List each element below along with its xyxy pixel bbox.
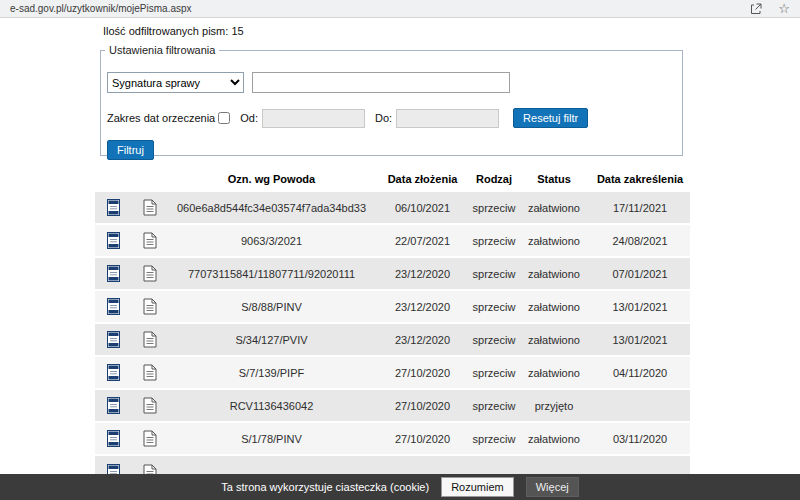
cookie-accept-button[interactable]: Rozumiem	[441, 477, 514, 497]
cell-icon-1	[95, 422, 132, 455]
case-pdf-icon[interactable]	[107, 298, 120, 315]
cell-icon-1	[95, 389, 132, 422]
cell-ozn-wg-powoda: 77073115841/11807711/92020111	[168, 257, 375, 290]
cell-icon-2	[132, 191, 168, 224]
reset-filter-button[interactable]: Resetuj filtr	[513, 108, 588, 128]
cell-ozn-wg-powoda: 9063/3/2021	[168, 224, 375, 257]
table-row: S/1/78/PINV27/10/2020sprzeciwzałatwiono0…	[95, 422, 690, 455]
filter-panel: Ustawienia filtrowania Sygnatura sprawy …	[100, 44, 683, 156]
cell-status: załatwiono	[518, 356, 590, 389]
date-range-checkbox[interactable]	[218, 112, 230, 124]
cell-rodzaj: sprzeciw	[470, 290, 518, 323]
date-to-input[interactable]	[396, 109, 499, 128]
address-url[interactable]: e-sad.gov.pl/uzytkownik/mojePisma.aspx	[10, 3, 192, 14]
cell-data-zakreslenia: 13/01/2021	[590, 323, 690, 356]
cell-rodzaj: sprzeciw	[470, 389, 518, 422]
filtered-count: Ilość odfiltrowanych pism: 15	[103, 25, 244, 37]
document-icon[interactable]	[143, 364, 157, 381]
case-pdf-icon[interactable]	[107, 397, 120, 414]
cell-icon-2	[132, 356, 168, 389]
cell-data-zakreslenia	[590, 389, 690, 422]
cell-data-zakreslenia: 04/11/2020	[590, 356, 690, 389]
cell-icon-2	[132, 257, 168, 290]
cell-data-zakreslenia: 03/11/2020	[590, 422, 690, 455]
filter-row-dates: Zakres dat orzeczenia Od: Do: Resetuj fi…	[107, 108, 588, 128]
cell-icon-2	[132, 290, 168, 323]
share-icon[interactable]	[750, 3, 762, 15]
table-row: 77073115841/11807711/9202011123/12/2020s…	[95, 257, 690, 290]
cell-icon-1	[95, 257, 132, 290]
header-icon-col-2	[132, 167, 168, 191]
case-pdf-icon[interactable]	[107, 430, 120, 447]
header-rodzaj: Rodzaj	[470, 167, 518, 191]
header-icon-col-1	[95, 167, 132, 191]
cell-icon-2	[132, 323, 168, 356]
cell-status: przyjęto	[518, 389, 590, 422]
table-row: 060e6a8d544fc34e03574f7ada34bd3306/10/20…	[95, 191, 690, 224]
cell-status: załatwiono	[518, 290, 590, 323]
table-body: 060e6a8d544fc34e03574f7ada34bd3306/10/20…	[95, 191, 690, 488]
cell-icon-1	[95, 224, 132, 257]
cell-icon-1	[95, 191, 132, 224]
cell-data-zlozenia: 23/12/2020	[375, 290, 470, 323]
cell-data-zakreslenia: 24/08/2021	[590, 224, 690, 257]
table-row: S/8/88/PINV23/12/2020sprzeciwzałatwiono1…	[95, 290, 690, 323]
case-pdf-icon[interactable]	[107, 331, 120, 348]
table-header-row: Ozn. wg Powoda Data złożenia Rodzaj Stat…	[95, 167, 690, 191]
document-icon[interactable]	[143, 430, 157, 447]
cell-data-zlozenia: 22/07/2021	[375, 224, 470, 257]
cell-data-zakreslenia: 07/01/2021	[590, 257, 690, 290]
browser-bar: e-sad.gov.pl/uzytkownik/mojePisma.aspx ☆	[0, 0, 800, 18]
cell-icon-1	[95, 290, 132, 323]
filter-field-select[interactable]: Sygnatura sprawy	[107, 72, 244, 93]
cookie-bar: Ta strona wykorzystuje ciasteczka (cooki…	[0, 474, 800, 500]
cell-rodzaj: sprzeciw	[470, 224, 518, 257]
case-pdf-icon[interactable]	[107, 265, 120, 282]
table-row: S/34/127/PVIV23/12/2020sprzeciwzałatwion…	[95, 323, 690, 356]
cell-data-zlozenia: 06/10/2021	[375, 191, 470, 224]
header-ozn-wg-powoda: Ozn. wg Powoda	[168, 167, 375, 191]
cell-rodzaj: sprzeciw	[470, 257, 518, 290]
cell-data-zlozenia: 23/12/2020	[375, 257, 470, 290]
cell-data-zakreslenia: 13/01/2021	[590, 290, 690, 323]
cell-icon-2	[132, 422, 168, 455]
cell-ozn-wg-powoda: S/1/78/PINV	[168, 422, 375, 455]
document-icon[interactable]	[143, 265, 157, 282]
document-icon[interactable]	[143, 298, 157, 315]
cell-status: załatwiono	[518, 257, 590, 290]
table-row: 9063/3/202122/07/2021sprzeciwzałatwiono2…	[95, 224, 690, 257]
document-icon[interactable]	[143, 331, 157, 348]
cell-ozn-wg-powoda: S/34/127/PVIV	[168, 323, 375, 356]
cell-data-zlozenia: 27/10/2020	[375, 356, 470, 389]
cell-ozn-wg-powoda: S/8/88/PINV	[168, 290, 375, 323]
cell-ozn-wg-powoda: RCV1136436042	[168, 389, 375, 422]
cell-ozn-wg-powoda: 060e6a8d544fc34e03574f7ada34bd33	[168, 191, 375, 224]
cell-rodzaj: sprzeciw	[470, 323, 518, 356]
cell-rodzaj: sprzeciw	[470, 356, 518, 389]
header-data-zlozenia: Data złożenia	[375, 167, 470, 191]
cell-rodzaj: sprzeciw	[470, 422, 518, 455]
case-pdf-icon[interactable]	[107, 199, 120, 216]
document-icon[interactable]	[143, 397, 157, 414]
cell-data-zlozenia: 23/12/2020	[375, 323, 470, 356]
filter-button[interactable]: Filtruj	[107, 140, 154, 160]
case-pdf-icon[interactable]	[107, 364, 120, 381]
date-from-label: Od:	[240, 112, 258, 124]
date-from-input[interactable]	[262, 109, 365, 128]
cell-data-zakreslenia: 17/11/2021	[590, 191, 690, 224]
cell-rodzaj: sprzeciw	[470, 191, 518, 224]
table-row: S/7/139/PIPF27/10/2020sprzeciwzałatwiono…	[95, 356, 690, 389]
filter-search-input[interactable]	[252, 72, 510, 93]
table-row: RCV113643604227/10/2020sprzeciwprzyjęto	[95, 389, 690, 422]
cell-icon-1	[95, 323, 132, 356]
cell-status: załatwiono	[518, 191, 590, 224]
cell-icon-2	[132, 389, 168, 422]
case-pdf-icon[interactable]	[107, 232, 120, 249]
document-icon[interactable]	[143, 232, 157, 249]
header-data-zakreslenia: Data zakreślenia	[590, 167, 690, 191]
bookmark-star-icon[interactable]: ☆	[778, 2, 790, 15]
cell-data-zlozenia: 27/10/2020	[375, 389, 470, 422]
cell-status: załatwiono	[518, 422, 590, 455]
document-icon[interactable]	[143, 199, 157, 216]
cookie-more-button[interactable]: Więcej	[526, 477, 579, 497]
